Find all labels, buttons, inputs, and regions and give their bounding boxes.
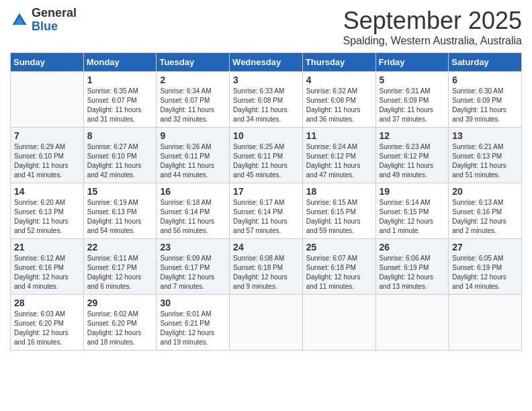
- day-number: 4: [306, 75, 372, 85]
- calendar-cell: 18Sunrise: 6:15 AMSunset: 6:15 PMDayligh…: [302, 183, 375, 239]
- calendar-cell: 23Sunrise: 6:09 AMSunset: 6:17 PMDayligh…: [157, 239, 230, 295]
- calendar-cell: 15Sunrise: 6:19 AMSunset: 6:13 PMDayligh…: [83, 183, 157, 239]
- day-number: 21: [14, 242, 80, 253]
- header: General Blue September 2025 Spalding, We…: [10, 7, 522, 47]
- title-area: September 2025 Spalding, Western Austral…: [343, 7, 522, 47]
- calendar-cell: [230, 295, 303, 351]
- calendar-cell: 22Sunrise: 6:11 AMSunset: 6:17 PMDayligh…: [83, 239, 157, 295]
- calendar-cell: 10Sunrise: 6:25 AMSunset: 6:11 PMDayligh…: [230, 128, 303, 183]
- day-number: 6: [452, 75, 518, 85]
- day-info: Sunrise: 6:29 AMSunset: 6:10 PMDaylight:…: [14, 142, 80, 180]
- calendar-cell: 6Sunrise: 6:30 AMSunset: 6:09 PMDaylight…: [449, 72, 522, 128]
- calendar-cell: 7Sunrise: 6:29 AMSunset: 6:10 PMDaylight…: [11, 128, 84, 183]
- calendar-cell: 26Sunrise: 6:06 AMSunset: 6:19 PMDayligh…: [375, 239, 449, 295]
- day-info: Sunrise: 6:24 AMSunset: 6:12 PMDaylight:…: [306, 142, 372, 180]
- calendar-cell: 28Sunrise: 6:03 AMSunset: 6:20 PMDayligh…: [11, 295, 84, 351]
- day-number: 10: [233, 130, 299, 141]
- calendar-cell: 9Sunrise: 6:26 AMSunset: 6:11 PMDaylight…: [157, 128, 230, 183]
- calendar-cell: 3Sunrise: 6:33 AMSunset: 6:08 PMDaylight…: [230, 72, 303, 128]
- day-number: 17: [233, 186, 299, 197]
- day-info: Sunrise: 6:25 AMSunset: 6:11 PMDaylight:…: [233, 142, 299, 180]
- day-info: Sunrise: 6:09 AMSunset: 6:17 PMDaylight:…: [160, 254, 226, 291]
- day-info: Sunrise: 6:17 AMSunset: 6:14 PMDaylight:…: [233, 198, 299, 236]
- day-info: Sunrise: 6:34 AMSunset: 6:07 PMDaylight:…: [160, 87, 226, 124]
- day-number: 26: [380, 242, 445, 253]
- day-info: Sunrise: 6:03 AMSunset: 6:20 PMDaylight:…: [14, 310, 80, 347]
- day-info: Sunrise: 6:13 AMSunset: 6:16 PMDaylight:…: [452, 198, 518, 236]
- day-info: Sunrise: 6:31 AMSunset: 6:09 PMDaylight:…: [380, 87, 445, 124]
- day-info: Sunrise: 6:05 AMSunset: 6:19 PMDaylight:…: [452, 254, 518, 291]
- day-info: Sunrise: 6:21 AMSunset: 6:13 PMDaylight:…: [452, 142, 518, 180]
- calendar-cell: 29Sunrise: 6:02 AMSunset: 6:20 PMDayligh…: [83, 295, 157, 351]
- day-number: 13: [452, 130, 518, 141]
- day-info: Sunrise: 6:06 AMSunset: 6:19 PMDaylight:…: [380, 254, 445, 291]
- calendar-cell: 5Sunrise: 6:31 AMSunset: 6:09 PMDaylight…: [375, 72, 449, 128]
- calendar-cell: 17Sunrise: 6:17 AMSunset: 6:14 PMDayligh…: [230, 183, 303, 239]
- logo-general-text: General: [32, 7, 77, 20]
- calendar-cell: 14Sunrise: 6:20 AMSunset: 6:13 PMDayligh…: [11, 183, 84, 239]
- weekday-header-row: SundayMondayTuesdayWednesdayThursdayFrid…: [11, 53, 522, 72]
- calendar-cell: 16Sunrise: 6:18 AMSunset: 6:14 PMDayligh…: [157, 183, 230, 239]
- weekday-header-wednesday: Wednesday: [230, 53, 303, 72]
- day-info: Sunrise: 6:27 AMSunset: 6:10 PMDaylight:…: [87, 142, 153, 180]
- day-info: Sunrise: 6:19 AMSunset: 6:13 PMDaylight:…: [87, 198, 153, 236]
- day-info: Sunrise: 6:18 AMSunset: 6:14 PMDaylight:…: [160, 198, 226, 236]
- calendar-cell: 12Sunrise: 6:23 AMSunset: 6:12 PMDayligh…: [375, 128, 449, 183]
- day-info: Sunrise: 6:07 AMSunset: 6:18 PMDaylight:…: [306, 254, 372, 291]
- day-info: Sunrise: 6:32 AMSunset: 6:08 PMDaylight:…: [306, 87, 372, 124]
- day-info: Sunrise: 6:02 AMSunset: 6:20 PMDaylight:…: [87, 310, 153, 347]
- day-info: Sunrise: 6:33 AMSunset: 6:08 PMDaylight:…: [233, 87, 299, 124]
- calendar-cell: 13Sunrise: 6:21 AMSunset: 6:13 PMDayligh…: [449, 128, 522, 183]
- day-number: 20: [452, 186, 518, 197]
- location-title: Spalding, Western Australia, Australia: [343, 35, 522, 47]
- calendar-cell: 27Sunrise: 6:05 AMSunset: 6:19 PMDayligh…: [449, 239, 522, 295]
- calendar-cell: 8Sunrise: 6:27 AMSunset: 6:10 PMDaylight…: [83, 128, 157, 183]
- day-number: 2: [160, 75, 226, 85]
- day-number: 22: [87, 242, 153, 253]
- day-info: Sunrise: 6:11 AMSunset: 6:17 PMDaylight:…: [87, 254, 153, 291]
- day-number: 5: [380, 75, 445, 85]
- day-info: Sunrise: 6:20 AMSunset: 6:13 PMDaylight:…: [14, 198, 80, 236]
- day-info: Sunrise: 6:15 AMSunset: 6:15 PMDaylight:…: [306, 198, 372, 236]
- day-number: 7: [14, 130, 80, 141]
- day-number: 8: [87, 130, 153, 141]
- day-info: Sunrise: 6:08 AMSunset: 6:18 PMDaylight:…: [233, 254, 299, 291]
- calendar-cell: 25Sunrise: 6:07 AMSunset: 6:18 PMDayligh…: [302, 239, 375, 295]
- calendar-table: SundayMondayTuesdayWednesdayThursdayFrid…: [10, 52, 522, 351]
- week-row-4: 21Sunrise: 6:12 AMSunset: 6:16 PMDayligh…: [11, 239, 522, 295]
- day-number: 1: [87, 75, 153, 85]
- day-number: 24: [233, 242, 299, 253]
- day-number: 25: [306, 242, 372, 253]
- month-title: September 2025: [343, 7, 522, 35]
- weekday-header-monday: Monday: [83, 53, 157, 72]
- day-number: 3: [233, 75, 299, 85]
- logo-blue-text: Blue: [32, 20, 77, 34]
- week-row-3: 14Sunrise: 6:20 AMSunset: 6:13 PMDayligh…: [11, 183, 522, 239]
- calendar-cell: 20Sunrise: 6:13 AMSunset: 6:16 PMDayligh…: [449, 183, 522, 239]
- calendar-cell: 30Sunrise: 6:01 AMSunset: 6:21 PMDayligh…: [157, 295, 230, 351]
- day-number: 23: [160, 242, 226, 253]
- calendar-cell: 24Sunrise: 6:08 AMSunset: 6:18 PMDayligh…: [230, 239, 303, 295]
- logo-icon: [10, 11, 29, 30]
- day-number: 12: [380, 130, 445, 141]
- weekday-header-friday: Friday: [375, 53, 449, 72]
- day-number: 19: [380, 186, 445, 197]
- day-info: Sunrise: 6:35 AMSunset: 6:07 PMDaylight:…: [87, 87, 153, 124]
- weekday-header-tuesday: Tuesday: [157, 53, 230, 72]
- logo: General Blue: [10, 7, 77, 34]
- day-info: Sunrise: 6:30 AMSunset: 6:09 PMDaylight:…: [452, 87, 518, 124]
- weekday-header-sunday: Sunday: [11, 53, 84, 72]
- calendar-cell: 4Sunrise: 6:32 AMSunset: 6:08 PMDaylight…: [302, 72, 375, 128]
- day-number: 16: [160, 186, 226, 197]
- calendar-cell: 11Sunrise: 6:24 AMSunset: 6:12 PMDayligh…: [302, 128, 375, 183]
- logo-text: General Blue: [32, 7, 77, 34]
- week-row-5: 28Sunrise: 6:03 AMSunset: 6:20 PMDayligh…: [11, 295, 522, 351]
- weekday-header-thursday: Thursday: [302, 53, 375, 72]
- week-row-1: 1Sunrise: 6:35 AMSunset: 6:07 PMDaylight…: [11, 72, 522, 128]
- day-info: Sunrise: 6:12 AMSunset: 6:16 PMDaylight:…: [14, 254, 80, 291]
- day-info: Sunrise: 6:23 AMSunset: 6:12 PMDaylight:…: [380, 142, 445, 180]
- day-number: 11: [306, 130, 372, 141]
- weekday-header-saturday: Saturday: [449, 53, 522, 72]
- day-number: 9: [160, 130, 226, 141]
- day-info: Sunrise: 6:01 AMSunset: 6:21 PMDaylight:…: [160, 310, 226, 347]
